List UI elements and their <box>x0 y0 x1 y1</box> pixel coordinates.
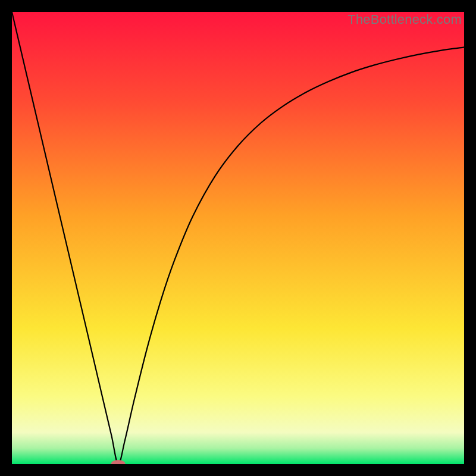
chart-frame: TheBottleneck.com <box>12 12 464 464</box>
watermark-text: TheBottleneck.com <box>347 12 462 27</box>
bottleneck-chart <box>12 12 464 464</box>
gradient-background <box>12 12 464 464</box>
